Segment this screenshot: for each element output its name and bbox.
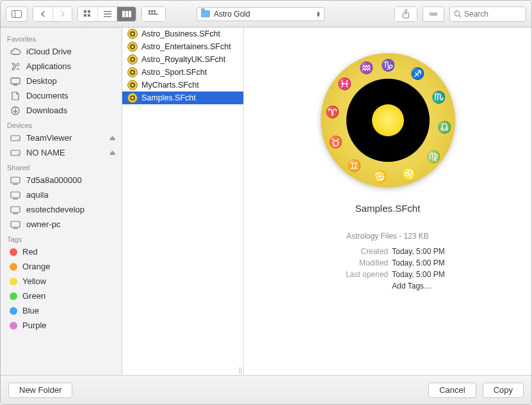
downloads-icon [10,106,21,115]
sidebar-item[interactable]: iCloud Drive [1,44,122,59]
meta-label: Last opened [330,269,388,280]
eject-icon[interactable]: ⏏ [109,134,115,141]
share-button[interactable] [395,7,417,21]
sidebar-item[interactable]: Yellow [1,274,122,289]
file-icon [127,93,138,103]
sidebar-header: Devices [1,118,122,131]
preview-thumbnail: ♑ ♐ ♏ ♎ ♍ ♌ ♋ ♊ ♉ ♈ ♓ ♒ [321,53,455,187]
file-item[interactable]: MyCharts.SFcht [122,79,243,91]
new-folder-button[interactable]: New Folder [8,383,72,398]
back-button[interactable] [33,7,52,21]
host-icon [10,205,21,214]
sidebar-item[interactable]: owner-pc [1,217,122,232]
tag-dot-icon [10,263,17,271]
svg-rect-16 [151,13,153,15]
sidebar-item[interactable]: Orange [1,259,122,274]
sidebar-item[interactable]: esotechdevelop [1,202,122,217]
confirm-button[interactable]: Copy [483,383,524,398]
sidebar-item[interactable]: Red [1,244,122,259]
view-mode-group [77,6,136,22]
disk-icon [10,148,21,157]
list-view-button[interactable] [97,7,117,21]
search-field[interactable] [449,6,526,22]
file-icon [127,67,138,77]
tag-dot-icon [10,248,17,256]
sidebar-item-label: NO NAME [26,148,65,157]
file-icon [127,29,138,39]
sidebar-item-label: Orange [22,262,50,271]
sidebar-item[interactable]: Applications [1,59,122,74]
sidebar-item[interactable]: Blue [1,303,122,318]
preview-subtitle: Astrology Files - 123 KB [346,232,429,241]
svg-point-21 [432,13,435,15]
popup-chevron-icon: ▴▾ [317,11,320,17]
chevron-right-icon [60,11,65,17]
svg-point-22 [435,13,437,15]
sidebar-header: Shared [1,160,122,173]
documents-icon [10,91,21,100]
chevron-left-icon [40,11,45,17]
cloud-icon [10,47,21,56]
svg-point-25 [17,63,19,66]
file-item[interactable]: Samples.SFcht [122,91,243,104]
svg-point-32 [17,139,19,140]
search-input[interactable] [464,10,515,19]
list-icon [104,11,111,17]
sidebar-item-label: TeamViewer [26,133,72,143]
sidebar-item[interactable]: Desktop [1,74,122,88]
file-name: Astro_Business.SFcht [141,29,220,38]
share-group [394,6,417,22]
meta-value: Today, 5:00 PM [392,269,445,280]
file-item[interactable]: Astro_Business.SFcht [122,28,243,40]
preview-metadata: CreatedToday, 5:00 PMModifiedToday, 5:00… [330,246,445,292]
sidebar-item[interactable]: Downloads [1,103,122,118]
sidebar-item-label: esotechdevelop [26,205,85,214]
sidebar-item[interactable]: 7d5a8a000000 [1,173,122,187]
svg-rect-4 [84,14,86,17]
sidebar-item-label: Desktop [26,76,57,86]
host-icon [10,176,21,185]
meta-row: Last openedToday, 5:00 PM [330,269,445,280]
sidebar-item-label: Downloads [26,106,67,115]
footer: New Folder Cancel Copy [1,375,531,404]
meta-row: CreatedToday, 5:00 PM [330,246,445,257]
svg-rect-35 [11,177,20,183]
svg-rect-41 [11,221,20,227]
meta-row: ModifiedToday, 5:00 PM [330,257,445,269]
path-label: Astro Gold [214,10,250,19]
file-item[interactable]: Astro_RoyaltyUK.SFcht [122,53,243,66]
column-view-button[interactable] [117,7,136,21]
add-tags-link[interactable]: Add Tags… [392,280,431,292]
sidebar-item[interactable]: aquila [1,187,122,202]
icon-view-button[interactable] [78,7,97,21]
tag-dot-icon [10,292,17,300]
svg-rect-15 [149,13,150,15]
svg-rect-37 [11,192,20,198]
toggle-sidebar-button[interactable] [6,6,28,22]
svg-rect-11 [129,11,131,17]
arrange-button[interactable] [142,7,165,21]
sidebar-item[interactable]: Purple [1,318,122,333]
cancel-button[interactable]: Cancel [428,383,476,398]
sidebar-item[interactable]: Documents [1,88,122,103]
tags-button[interactable] [423,6,444,22]
file-item[interactable]: Astro_Sport.SFcht [122,66,243,79]
file-item[interactable]: Astro_Entertainers.SFcht [122,40,243,53]
sidebar-item-label: 7d5a8a000000 [26,175,82,185]
nav-group [33,6,72,22]
path-popup[interactable]: Astro Gold ▴▾ [197,7,325,21]
sidebar-item[interactable]: NO NAME⏏ [1,145,122,160]
file-column: Astro_Business.SFchtAstro_Entertainers.S… [122,28,244,375]
eject-icon[interactable]: ⏏ [109,149,115,156]
column-resize-handle[interactable]: || [239,367,242,374]
sidebar-item-label: Blue [22,306,39,315]
sidebar-item[interactable]: TeamViewer⏏ [1,131,122,145]
file-name: Samples.SFcht [141,93,196,102]
sidebar-item[interactable]: Green [1,289,122,303]
svg-rect-5 [88,14,90,17]
file-icon [127,80,138,90]
arrange-icon [149,10,159,18]
forward-button[interactable] [52,7,72,21]
svg-rect-14 [154,10,156,12]
toolbar: Astro Gold ▴▾ [1,1,531,28]
